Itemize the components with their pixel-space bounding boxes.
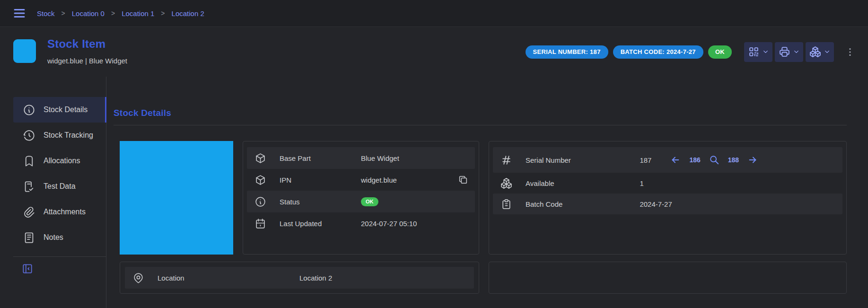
breadcrumb-stock[interactable]: Stock	[37, 9, 55, 18]
table-row-ipn: IPN widget.blue	[247, 169, 475, 191]
last-updated-value: 2024-07-27 05:10	[361, 220, 417, 228]
table-row-serial-number: Serial Number 187 186 188	[493, 147, 842, 173]
sidebar-item-label: Stock Details	[44, 106, 88, 114]
table-row-status: Status OK	[247, 191, 475, 212]
row-label: IPN	[280, 176, 291, 184]
breadcrumb-separator: >	[61, 9, 65, 17]
row-label: Location	[158, 274, 184, 282]
available-value: 1	[640, 179, 643, 187]
previous-serial-link[interactable]: 186	[689, 156, 700, 164]
table-row-last-updated: Last Updated 2024-07-27 05:10	[247, 212, 475, 234]
chevron-down-icon	[824, 48, 831, 55]
packages-icon	[500, 177, 512, 189]
breadcrumb-separator: >	[111, 9, 115, 17]
sidebar-item-label: Test Data	[44, 182, 76, 191]
part-image[interactable]	[120, 141, 233, 255]
breadcrumb-separator: >	[161, 9, 165, 17]
paperclip-icon	[23, 206, 35, 219]
sidebar-item-label: Attachments	[44, 208, 86, 216]
table-row-base-part: Base Part Blue Widget	[247, 147, 475, 169]
breadcrumb: Stock > Location 0 > Location 1 > Locati…	[37, 9, 204, 18]
info-circle-icon	[23, 104, 35, 116]
sidebar-item-stock-details[interactable]: Stock Details	[13, 97, 106, 123]
history-icon	[23, 129, 35, 142]
batch-code-value: 2024-7-27	[640, 200, 672, 208]
table-row-available: Available 1	[493, 173, 842, 194]
row-label: Base Part	[280, 154, 311, 162]
serial-number-badge: SERIAL NUMBER: 187	[526, 45, 608, 59]
hash-icon	[500, 154, 512, 166]
batch-code-badge: BATCH CODE: 2024-7-27	[613, 45, 703, 59]
location-link[interactable]: Location 2	[299, 274, 332, 282]
page-subtitle: widget.blue | Blue Widget	[47, 57, 127, 65]
sidebar-divider	[13, 256, 106, 257]
sidebar-item-test-data[interactable]: Test Data	[13, 174, 106, 199]
menu-icon[interactable]	[12, 6, 26, 20]
packages-icon	[809, 46, 821, 58]
base-part-link[interactable]: Blue Widget	[361, 154, 399, 162]
chevron-down-icon	[793, 48, 800, 55]
row-label: Batch Code	[526, 200, 562, 208]
table-row-batch-code: Batch Code 2024-7-27	[493, 194, 842, 214]
breadcrumb-location-0[interactable]: Location 0	[72, 9, 105, 18]
row-label: Available	[526, 179, 554, 187]
map-pin-icon	[132, 272, 144, 284]
info-circle-icon	[254, 196, 266, 208]
qrcode-icon	[748, 46, 760, 58]
next-serial-link[interactable]: 188	[728, 156, 739, 164]
print-actions-button[interactable]	[775, 42, 803, 62]
panel-title: Stock Details	[114, 108, 847, 118]
dots-vertical-icon[interactable]	[844, 45, 856, 59]
sidebar-item-notes[interactable]: Notes	[13, 225, 106, 250]
serial-number-value: 187	[640, 156, 651, 164]
breadcrumb-location-2[interactable]: Location 2	[172, 9, 204, 18]
page-header: Stock Item widget.blue | Blue Widget SER…	[0, 27, 868, 77]
top-navbar: Stock > Location 0 > Location 1 > Locati…	[0, 0, 868, 27]
row-label: Last Updated	[280, 220, 322, 228]
chevron-down-icon	[762, 48, 769, 55]
part-details-card: Base Part Blue Widget IPN widget.blue	[243, 141, 479, 255]
barcode-actions-button[interactable]	[744, 42, 772, 62]
detail-sidebar: Stock Details Stock Tracking Allocations…	[0, 77, 106, 308]
row-label: Serial Number	[526, 156, 571, 164]
sidebar-item-label: Allocations	[44, 157, 80, 165]
sidebar-item-stock-tracking[interactable]: Stock Tracking	[13, 123, 106, 148]
clipboard-icon	[500, 198, 512, 210]
cube-icon	[254, 174, 266, 186]
page-title: Stock Item	[47, 37, 127, 51]
stock-actions-button[interactable]	[806, 42, 834, 62]
copy-icon[interactable]	[458, 175, 468, 185]
file-check-icon	[23, 180, 35, 193]
ipn-value: widget.blue	[361, 176, 397, 184]
calendar-icon	[254, 218, 266, 229]
empty-detail-card	[489, 262, 847, 294]
printer-icon	[779, 46, 790, 58]
sidebar-collapse-icon[interactable]	[21, 263, 34, 275]
bookmark-icon	[23, 155, 35, 167]
stock-details-panel: Stock Details Base Part Blue Widget	[106, 77, 868, 308]
breadcrumb-location-1[interactable]: Location 1	[122, 9, 154, 18]
status-ok-badge: OK	[361, 197, 378, 206]
arrow-left-icon[interactable]	[670, 155, 681, 165]
stock-item-thumbnail[interactable]	[13, 39, 36, 63]
panel-divider	[114, 125, 847, 125]
search-icon[interactable]	[709, 155, 719, 165]
arrow-right-icon[interactable]	[747, 155, 758, 165]
row-label: Status	[280, 198, 300, 206]
location-card: Location Location 2	[120, 262, 479, 294]
cube-icon	[254, 152, 266, 164]
notes-icon	[23, 231, 35, 244]
stock-details-card: Serial Number 187 186 188	[489, 141, 847, 255]
status-badge: OK	[708, 45, 732, 59]
sidebar-item-label: Notes	[44, 233, 63, 242]
sidebar-item-label: Stock Tracking	[44, 131, 93, 140]
table-row-location: Location Location 2	[125, 267, 474, 289]
sidebar-item-allocations[interactable]: Allocations	[13, 148, 106, 174]
sidebar-item-attachments[interactable]: Attachments	[13, 199, 106, 225]
